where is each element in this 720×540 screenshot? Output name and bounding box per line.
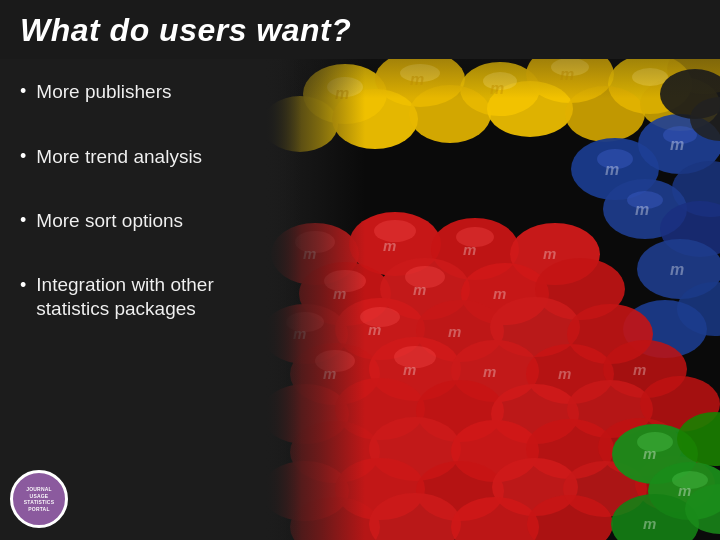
svg-point-64 <box>369 417 461 481</box>
svg-point-50 <box>490 297 580 357</box>
svg-point-68 <box>265 461 349 521</box>
svg-text:m: m <box>633 361 646 378</box>
svg-point-80 <box>456 227 494 247</box>
bullet-item-4: • Integration with other statistics pack… <box>20 273 250 322</box>
svg-point-107 <box>637 432 673 452</box>
svg-point-83 <box>286 312 324 332</box>
svg-rect-112 <box>265 59 720 540</box>
svg-point-40 <box>349 212 441 276</box>
svg-text:m: m <box>643 515 656 532</box>
svg-point-85 <box>315 350 355 372</box>
svg-point-102 <box>612 424 698 484</box>
bullet-text-3: More sort options <box>36 208 183 235</box>
svg-text:m: m <box>670 261 684 278</box>
svg-point-60 <box>491 384 579 444</box>
svg-point-52 <box>290 343 380 405</box>
candy-image-area: m m m m <box>265 59 720 540</box>
svg-text:m: m <box>333 285 346 302</box>
bullet-item-1: • More publishers <box>20 79 250 106</box>
svg-point-38 <box>690 97 720 141</box>
svg-point-86 <box>394 346 436 368</box>
svg-point-30 <box>597 149 633 169</box>
svg-point-3 <box>460 62 540 116</box>
logo-text: JOURNAL USAGE STATISTICS PORTAL <box>22 484 56 514</box>
svg-point-81 <box>324 270 366 292</box>
bullet-marker-1: • <box>20 79 26 104</box>
svg-text:m: m <box>303 245 316 262</box>
svg-point-12 <box>640 77 720 131</box>
svg-text:m: m <box>558 365 571 382</box>
svg-point-16 <box>551 59 589 76</box>
candy-visual: m m m m <box>265 59 720 540</box>
slide: What do users want? • More publishers • … <box>0 0 720 540</box>
svg-text:m: m <box>413 281 426 298</box>
svg-point-46 <box>535 258 625 320</box>
svg-point-17 <box>632 68 668 86</box>
svg-point-54 <box>451 340 539 402</box>
svg-point-22 <box>571 138 659 200</box>
svg-point-47 <box>265 304 348 364</box>
svg-point-103 <box>677 412 720 466</box>
svg-point-76 <box>451 497 539 540</box>
svg-text:m: m <box>293 325 306 342</box>
content-area: • More publishers • More trend analysis … <box>0 59 720 540</box>
svg-text:m: m <box>493 285 506 302</box>
svg-point-63 <box>290 421 380 483</box>
svg-point-105 <box>611 494 699 540</box>
svg-point-73 <box>635 456 715 512</box>
svg-point-27 <box>637 239 720 299</box>
svg-point-70 <box>416 461 504 521</box>
svg-point-56 <box>603 340 687 398</box>
svg-text:m: m <box>410 71 424 88</box>
svg-point-74 <box>290 497 380 540</box>
svg-point-41 <box>431 218 519 280</box>
svg-text:m: m <box>483 363 496 380</box>
svg-text:m: m <box>635 201 649 218</box>
svg-text:m: m <box>368 321 381 338</box>
svg-point-29 <box>623 300 707 358</box>
svg-point-51 <box>567 304 653 364</box>
svg-text:m: m <box>448 323 461 340</box>
bullet-text-4: Integration with other statistics packag… <box>36 273 250 322</box>
svg-point-32 <box>627 191 663 209</box>
svg-point-77 <box>527 495 613 540</box>
svg-point-37 <box>660 69 720 119</box>
svg-text:m: m <box>678 482 691 499</box>
svg-point-31 <box>663 126 697 144</box>
svg-point-14 <box>400 64 440 82</box>
svg-point-61 <box>567 380 653 438</box>
svg-point-53 <box>369 337 461 401</box>
svg-point-72 <box>563 461 647 517</box>
svg-point-1 <box>303 64 387 124</box>
svg-point-71 <box>492 458 578 516</box>
svg-point-79 <box>374 220 416 242</box>
slide-header: What do users want? <box>0 0 720 59</box>
svg-text:m: m <box>543 245 556 262</box>
svg-point-84 <box>360 307 400 327</box>
bullet-marker-4: • <box>20 273 26 298</box>
svg-point-26 <box>660 201 720 257</box>
svg-point-2 <box>375 59 465 107</box>
bullet-marker-3: • <box>20 208 26 233</box>
bullet-item-3: • More sort options <box>20 208 250 235</box>
svg-point-9 <box>409 85 491 143</box>
svg-text:m: m <box>490 80 504 97</box>
svg-point-24 <box>672 161 720 217</box>
svg-point-55 <box>526 344 614 404</box>
svg-point-6 <box>667 59 720 94</box>
svg-text:m: m <box>463 241 476 258</box>
svg-point-49 <box>416 300 504 362</box>
svg-rect-113 <box>265 59 720 540</box>
svg-text:m: m <box>335 85 349 102</box>
svg-point-25 <box>603 179 687 239</box>
svg-text:m: m <box>403 361 416 378</box>
slide-title: What do users want? <box>20 12 700 49</box>
svg-point-78 <box>295 231 335 253</box>
svg-point-10 <box>487 81 573 137</box>
svg-point-7 <box>265 96 338 152</box>
svg-point-66 <box>526 419 614 479</box>
svg-point-43 <box>299 262 391 326</box>
svg-point-4 <box>526 59 614 103</box>
svg-point-5 <box>608 59 692 114</box>
svg-point-28 <box>677 282 720 336</box>
